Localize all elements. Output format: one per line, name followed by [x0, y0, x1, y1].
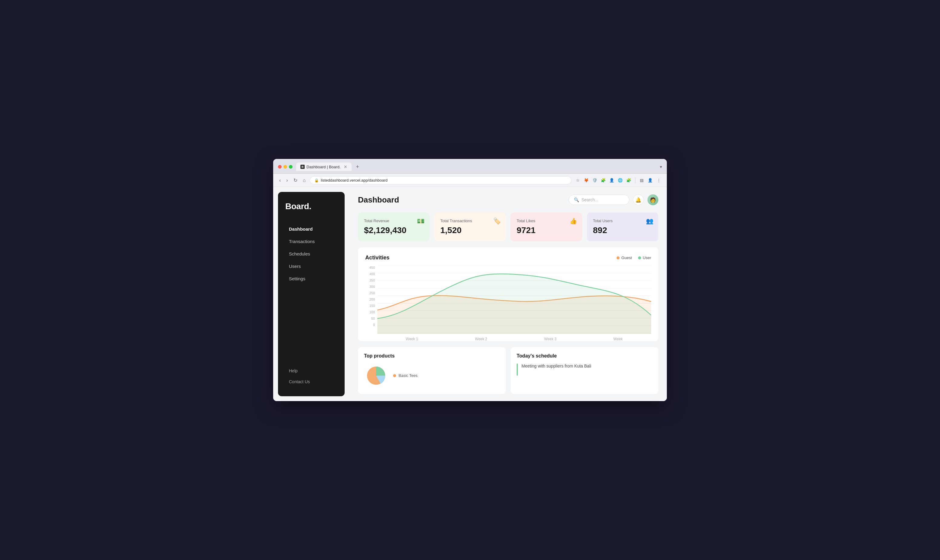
tab-favicon: B: [300, 165, 305, 169]
bookmark-icon[interactable]: ☆: [575, 177, 581, 184]
sidebar-icon[interactable]: ▤: [638, 177, 645, 184]
stat-card-transactions: 🏷️ Total Transactions 1,520: [434, 212, 506, 241]
pie-legend-basic-tees: Basic Tees: [393, 373, 418, 378]
legend-guest: Guest: [616, 255, 632, 260]
revenue-label: Total Revenue: [364, 218, 423, 223]
back-button[interactable]: ‹: [278, 177, 282, 185]
avatar-image: 🧑: [650, 197, 656, 203]
page-title: Dashboard: [358, 195, 399, 205]
chart-title: Activities: [365, 255, 390, 261]
chart-legend: Guest User: [616, 255, 651, 260]
basic-tees-dot: [393, 374, 396, 377]
activities-svg: [378, 266, 651, 334]
extension-globe-icon[interactable]: 🌐: [617, 177, 624, 184]
chart-svg-container: Week 1 Week 2 Week 3 Week: [378, 266, 651, 334]
transactions-value: 1,520: [440, 226, 500, 235]
stat-card-likes: 👍 Total Likes 9721: [510, 212, 582, 241]
sidebar-item-schedules[interactable]: Schedules: [285, 248, 337, 259]
reload-button[interactable]: ↻: [292, 176, 299, 185]
sidebar-bottom: Help Contact Us: [285, 366, 337, 386]
sidebar-logo: Board.: [285, 202, 337, 211]
top-products-card: Top products Basic Tees: [358, 347, 506, 394]
stat-cards: 💵 Total Revenue $2,129,430 🏷️ Total Tran…: [358, 212, 658, 241]
close-button[interactable]: [278, 165, 282, 169]
nav-toolbar-icons: ☆ 🦊 🛡️ 🧩 👤 🌐 🧩 ▤ 👤 ⋮: [575, 177, 662, 184]
sidebar-item-users[interactable]: Users: [285, 261, 337, 272]
search-placeholder: Search...: [581, 197, 598, 202]
menu-icon[interactable]: ⋮: [655, 177, 662, 184]
likes-label: Total Likes: [517, 218, 576, 223]
sidebar-item-contact[interactable]: Contact Us: [285, 377, 337, 386]
forward-button[interactable]: ›: [285, 177, 289, 185]
pie-preview: Basic Tees: [364, 363, 500, 388]
active-tab[interactable]: B Dashboard | Board. ✕: [296, 163, 351, 171]
tab-bar-menu[interactable]: ▾: [660, 165, 662, 169]
user-dot: [638, 256, 641, 259]
minimize-button[interactable]: [284, 165, 287, 169]
address-bar[interactable]: 🔒 listeddashboard.vercel.app/dashboard: [310, 176, 572, 185]
separator: [635, 177, 635, 183]
extension-user-icon[interactable]: 👤: [609, 177, 615, 184]
tab-bar: B Dashboard | Board. ✕ +: [296, 163, 656, 171]
main-header: Dashboard 🔍 Search... 🔔 🧑: [358, 194, 658, 205]
top-products-title: Top products: [364, 353, 500, 359]
pie-legend: Basic Tees: [393, 373, 418, 378]
new-tab-button[interactable]: +: [354, 163, 361, 171]
sidebar-label-settings: Settings: [289, 276, 305, 281]
notification-button[interactable]: 🔔: [633, 194, 644, 205]
sidebar-item-help[interactable]: Help: [285, 366, 337, 375]
revenue-value: $2,129,430: [364, 226, 423, 235]
nav-bar: ‹ › ↻ ⌂ 🔒 listeddashboard.vercel.app/das…: [273, 174, 667, 187]
extension-fox-icon[interactable]: 🦊: [583, 177, 590, 184]
tab-title: Dashboard | Board.: [307, 165, 341, 169]
likes-value: 9721: [517, 226, 576, 235]
url-text: listeddashboard.vercel.app/dashboard: [321, 178, 387, 183]
sidebar: Board. Dashboard Transactions Schedules …: [278, 192, 345, 396]
sidebar-label-schedules: Schedules: [289, 251, 310, 256]
lock-icon: 🔒: [314, 178, 319, 183]
users-value: 892: [593, 226, 652, 235]
schedule-bar: [517, 363, 518, 375]
bottom-section: Top products Basic Tees: [358, 347, 658, 394]
x-axis-labels: Week 1 Week 2 Week 3 Week: [378, 337, 651, 341]
sidebar-label-transactions: Transactions: [289, 239, 314, 244]
guest-dot: [616, 256, 619, 259]
sidebar-item-settings[interactable]: Settings: [285, 273, 337, 284]
traffic-lights: [278, 165, 293, 169]
chart-header: Activities Guest User: [365, 255, 651, 261]
header-actions: 🔍 Search... 🔔 🧑: [569, 194, 658, 205]
sidebar-label-help: Help: [289, 368, 298, 373]
maximize-button[interactable]: [289, 165, 293, 169]
app-container: Board. Dashboard Transactions Schedules …: [273, 187, 667, 401]
stat-card-users: 👥 Total Users 892: [587, 212, 658, 241]
user-label: User: [643, 255, 651, 260]
profile-icon[interactable]: 👤: [647, 177, 653, 184]
sidebar-label-users: Users: [289, 264, 301, 269]
stat-card-revenue: 💵 Total Revenue $2,129,430: [358, 212, 430, 241]
search-icon: 🔍: [574, 197, 579, 202]
likes-icon: 👍: [570, 217, 577, 225]
pie-chart: [364, 363, 388, 388]
x-label-week1: Week 1: [406, 337, 418, 341]
avatar[interactable]: 🧑: [647, 194, 658, 205]
legend-user: User: [638, 255, 651, 260]
schedule-text: Meeting with suppliers from Kuta Bali: [521, 363, 591, 368]
extension-puzzle-icon[interactable]: 🧩: [600, 177, 607, 184]
home-button[interactable]: ⌂: [302, 177, 307, 185]
transactions-icon: 🏷️: [493, 217, 501, 225]
extensions-button[interactable]: 🧩: [626, 177, 632, 184]
sidebar-nav: Dashboard Transactions Schedules Users S…: [285, 223, 337, 366]
sidebar-item-transactions[interactable]: Transactions: [285, 236, 337, 247]
activities-chart-card: Activities Guest User 450: [358, 247, 658, 341]
chart-wrapper: 450 400 350 300 250 200 150 100 50 0: [365, 266, 651, 334]
x-label-week3: Week 3: [544, 337, 556, 341]
browser-window: B Dashboard | Board. ✕ + ▾ ‹ › ↻ ⌂ 🔒 lis…: [273, 159, 667, 401]
tab-close-button[interactable]: ✕: [344, 165, 347, 169]
transactions-label: Total Transactions: [440, 218, 500, 223]
guest-label: Guest: [621, 255, 632, 260]
search-box[interactable]: 🔍 Search...: [569, 195, 629, 205]
extension-shield-icon[interactable]: 🛡️: [592, 177, 598, 184]
sidebar-label-dashboard: Dashboard: [289, 226, 313, 232]
sidebar-item-dashboard[interactable]: Dashboard: [285, 223, 337, 235]
x-label-week2: Week 2: [475, 337, 487, 341]
